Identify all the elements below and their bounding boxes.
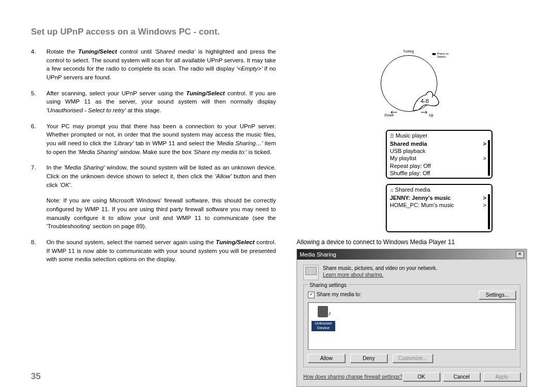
lcd-menu-item: Repeat play: Off (390, 162, 489, 169)
learn-more-link[interactable]: Learn more about sharing. (323, 271, 437, 278)
lcd-menu-item: My playlist> (390, 155, 489, 162)
lcd-music-player: ☰ Music player Shared media>USB playback… (386, 130, 493, 179)
settings-button[interactable]: Settings... (479, 291, 516, 299)
illustration-column: Tuning Press to Select Down Up 4-8 ☰ Mus… (297, 47, 526, 387)
note-text: Note: If you are using Microsoft Windows… (46, 196, 276, 231)
page-number: 35 (31, 371, 41, 382)
firewall-link[interactable]: How does sharing change firewall setting… (303, 374, 402, 380)
instruction-step: 4.Rotate the Tuning/Select control until… (31, 47, 276, 82)
lcd-menu-item: Shared media> (390, 140, 489, 147)
instruction-step: 8.On the sound system, select the named … (31, 238, 276, 264)
lcd-shared-media: ♫ Shared media JENNY: Jenny's music>HOME… (386, 184, 493, 232)
dialog-description: Share music, pictures, and video on your… (323, 265, 437, 271)
lcd-menu-item: HOME_PC: Mum's music> (390, 201, 489, 209)
cancel-button[interactable]: Cancel (443, 372, 480, 381)
page-title: Set up UPnP access on a Windows PC - con… (31, 27, 537, 37)
lcd-menu-item: USB playback (390, 147, 489, 155)
tuning-dial-diagram: Tuning Press to Select Down Up 4-8 (297, 47, 526, 127)
lcd-menu-item: JENNY: Jenny's music> (390, 194, 489, 201)
dialog-title: Media Sharing (300, 251, 336, 258)
allow-button[interactable]: Allow (308, 354, 345, 363)
fieldset-legend: Sharing settings (308, 282, 348, 288)
lcd-menu-item: Shuffle play: Off (390, 169, 489, 177)
ok-button[interactable]: OK (403, 372, 440, 381)
unknown-device[interactable]: Unknown Device (312, 306, 335, 331)
instruction-step: 6.Your PC may prompt you that there has … (31, 122, 276, 157)
sharing-icon (303, 265, 319, 280)
device-icon (316, 306, 331, 320)
instruction-step: 7.In the 'Media Sharing' window, the sou… (31, 163, 276, 189)
share-media-checkbox[interactable]: ✓Share my media to: (308, 292, 362, 298)
deny-button[interactable]: Deny (350, 354, 387, 363)
screenshot-caption: Allowing a device to connect to Windows … (297, 238, 526, 246)
instruction-step: 5.After scanning, select your UPnP serve… (31, 89, 276, 115)
customize-button[interactable]: Customize... (392, 354, 433, 363)
apply-button[interactable]: Apply (483, 372, 520, 381)
close-icon[interactable]: ✕ (516, 251, 524, 258)
device-list[interactable]: Unknown Device (308, 302, 516, 350)
instructions-column: 4.Rotate the Tuning/Select control until… (31, 47, 276, 387)
media-sharing-dialog: Media Sharing ✕ Share music, pictures, a… (297, 249, 527, 387)
